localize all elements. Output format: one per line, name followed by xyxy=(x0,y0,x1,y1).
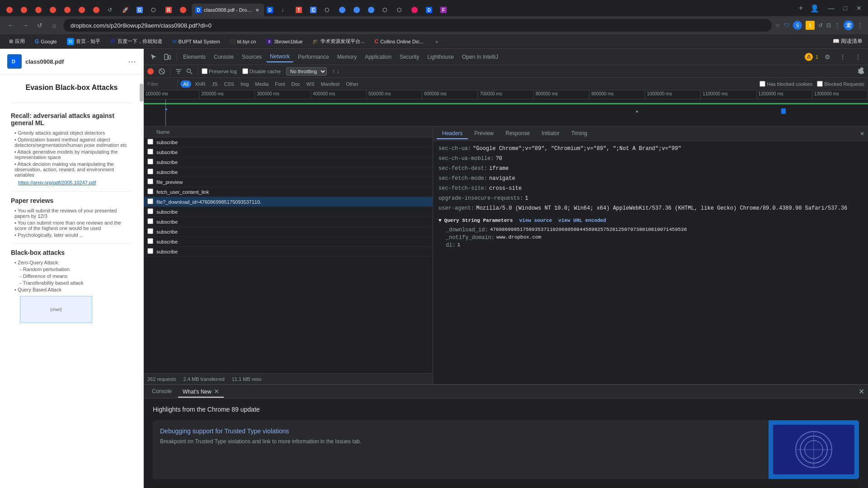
detail-tab-initiator[interactable]: Initiator xyxy=(536,128,565,139)
extension-icon-2[interactable]: 1 xyxy=(806,21,815,30)
tab-18[interactable]: C xyxy=(307,4,322,16)
rl-check-10[interactable] xyxy=(147,238,153,244)
ft-tab-ws[interactable]: WS xyxy=(304,80,317,88)
detail-close-btn[interactable]: ✕ xyxy=(860,131,864,137)
rl-row-9[interactable]: subscribe xyxy=(144,227,433,237)
maximize-btn[interactable]: □ xyxy=(841,4,850,13)
search-btn[interactable] xyxy=(185,67,194,76)
tab-24[interactable]: ⬡ xyxy=(394,4,409,16)
tab-20[interactable] xyxy=(336,4,351,16)
throttle-select[interactable]: No throttling xyxy=(286,67,327,75)
scroll-thumb[interactable] xyxy=(140,84,143,102)
rl-row-10[interactable]: subscribe xyxy=(144,237,433,247)
address-input[interactable] xyxy=(63,19,772,32)
view-source-link[interactable]: view source xyxy=(519,218,552,223)
user-avatar[interactable]: 宏 xyxy=(844,20,854,30)
rl-check-2[interactable] xyxy=(147,159,153,164)
clear-btn[interactable] xyxy=(157,67,166,76)
bottom-tab-close[interactable]: ✕ xyxy=(214,388,219,395)
rl-check-6[interactable] xyxy=(147,198,153,204)
rl-row-4[interactable]: file_preview xyxy=(144,177,433,187)
dt-tab-application[interactable]: Application xyxy=(361,52,395,62)
back-button[interactable]: ← xyxy=(5,20,16,31)
disable-cache-checkbox[interactable]: Disable cache xyxy=(242,68,281,74)
record-btn[interactable] xyxy=(147,68,154,75)
ft-tab-css[interactable]: CSS xyxy=(221,80,237,88)
devtools-customize-btn[interactable]: ⋮ xyxy=(852,51,864,63)
rl-row-2[interactable]: subscribe xyxy=(144,157,433,167)
rl-check-5[interactable] xyxy=(147,188,153,194)
ft-tab-img[interactable]: Img xyxy=(238,80,251,88)
devtools-more-btn[interactable]: ⋮ xyxy=(836,51,849,63)
pdf-menu-button[interactable]: ⋯ xyxy=(128,56,136,66)
dt-tab-lighthouse[interactable]: Lighthouse xyxy=(424,52,458,62)
cast-icon[interactable]: ⊡ xyxy=(826,22,831,28)
dt-tab-sources[interactable]: Sources xyxy=(238,52,265,62)
bookmark-star-icon[interactable]: ☆ xyxy=(775,22,780,28)
tab-19[interactable]: ⬡ xyxy=(322,4,336,16)
dt-tab-security[interactable]: Security xyxy=(396,52,423,62)
bookmark-google[interactable]: G Google xyxy=(31,38,61,46)
tab-3[interactable] xyxy=(33,4,47,16)
bookmark-academic[interactable]: 🎓 学术资源发现平台... xyxy=(309,37,368,46)
rl-row-5[interactable]: fetch_user_content_link xyxy=(144,187,433,197)
rl-check-8[interactable] xyxy=(147,218,153,224)
rl-check-7[interactable] xyxy=(147,208,153,214)
tab-active-dropbox[interactable]: D class0908.pdf - Dropbox ✕ xyxy=(192,4,264,16)
export-btn[interactable]: ↓ xyxy=(337,68,340,75)
menu-icon[interactable]: ⋮ xyxy=(857,22,863,28)
devtools-settings-btn[interactable]: ⚙ xyxy=(821,51,834,63)
tab-7[interactable] xyxy=(90,4,105,16)
forward-button[interactable]: → xyxy=(20,20,31,31)
query-section-header[interactable]: ▼ Query String Parameters view source vi… xyxy=(439,218,863,223)
filter-input[interactable] xyxy=(147,81,175,87)
ft-tab-xhr[interactable]: XHR xyxy=(192,80,208,88)
tab-22[interactable] xyxy=(365,4,380,16)
tab-26[interactable]: D xyxy=(423,4,438,16)
timeline[interactable]: 100000 ms 200000 ms 300000 ms 400000 ms … xyxy=(144,90,868,127)
ft-tab-js[interactable]: JS xyxy=(209,80,220,88)
new-tab-button[interactable]: + xyxy=(795,2,807,14)
rl-check-0[interactable] xyxy=(147,139,153,145)
reload-button[interactable]: ↺ xyxy=(34,20,45,31)
dt-tab-memory[interactable]: Memory xyxy=(334,52,360,62)
preserve-log-checkbox[interactable]: Preserve log xyxy=(202,68,237,74)
settings-icon[interactable]: ⋮ xyxy=(835,22,840,28)
ft-tab-doc[interactable]: Doc xyxy=(288,80,303,88)
pdf-link[interactable]: https://arxiv.org/pdf/2005.10247.pdf xyxy=(18,179,132,186)
rl-row-6[interactable]: file?_download_id=4760869985175093537110… xyxy=(144,197,433,207)
tab-9[interactable]: 🚀 xyxy=(119,4,134,16)
bookmark-bt[interactable]: 🅱 bt.byr.cn xyxy=(226,38,260,46)
rl-check-1[interactable] xyxy=(147,149,153,155)
detail-tab-preview[interactable]: Preview xyxy=(469,128,499,139)
bookmark-3b1b[interactable]: 3 3brown1blue xyxy=(262,38,306,46)
rl-check-4[interactable] xyxy=(147,178,153,184)
close-btn[interactable]: ✕ xyxy=(854,4,864,13)
tab-12[interactable]: R xyxy=(163,4,177,16)
rl-row-3[interactable]: subscribe xyxy=(144,167,433,177)
ft-tab-manifest[interactable]: Manifest xyxy=(318,80,343,88)
sync-icon[interactable]: ↺ xyxy=(818,22,823,28)
tab-4[interactable] xyxy=(47,4,61,16)
tab-5[interactable] xyxy=(61,4,76,16)
bottom-panel-close[interactable]: ✕ xyxy=(859,387,864,396)
devtools-select-btn[interactable] xyxy=(147,51,160,63)
bookmark-baidu[interactable]: 百 百度一下，你就知道 xyxy=(107,37,166,46)
tab-close-btn[interactable]: ✕ xyxy=(254,7,260,13)
devtools-device-btn[interactable] xyxy=(161,51,174,63)
bottom-tab-whats-new[interactable]: What's New ✕ xyxy=(178,386,224,398)
tab-13[interactable] xyxy=(177,4,192,16)
profile-icon[interactable]: 👤 xyxy=(807,3,822,14)
dt-tab-network[interactable]: Network xyxy=(266,52,293,62)
minimize-btn[interactable]: — xyxy=(826,4,837,13)
view-url-encoded-link[interactable]: view URL encoded xyxy=(558,218,606,223)
rl-row-8[interactable]: subscribe xyxy=(144,217,433,227)
extension-icon-1[interactable]: S xyxy=(793,21,802,30)
tab-15[interactable]: D xyxy=(264,4,278,16)
import-btn[interactable]: ↑ xyxy=(332,68,335,75)
rl-row-11[interactable]: subscribe xyxy=(144,247,433,257)
tab-2[interactable] xyxy=(18,4,33,16)
tab-23[interactable]: ⬡ xyxy=(380,4,394,16)
detail-tab-headers[interactable]: Headers xyxy=(437,128,468,139)
dt-tab-performance[interactable]: Performance xyxy=(294,52,333,62)
